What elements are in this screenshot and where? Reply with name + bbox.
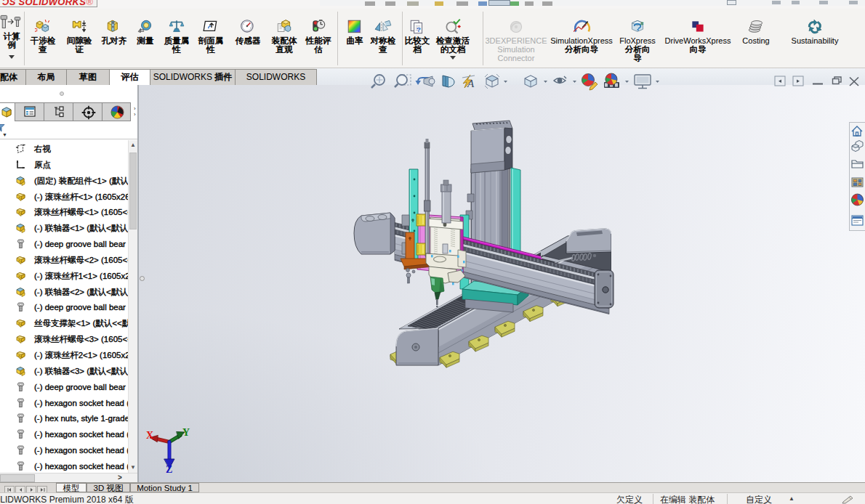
svg-text:#: # — [640, 20, 644, 27]
svg-text:Y: Y — [182, 427, 190, 438]
svg-text:A: A — [467, 78, 475, 89]
svg-text:?: ? — [417, 25, 421, 33]
svg-text:X: X — [146, 430, 153, 441]
svg-text:Z: Z — [166, 464, 172, 475]
